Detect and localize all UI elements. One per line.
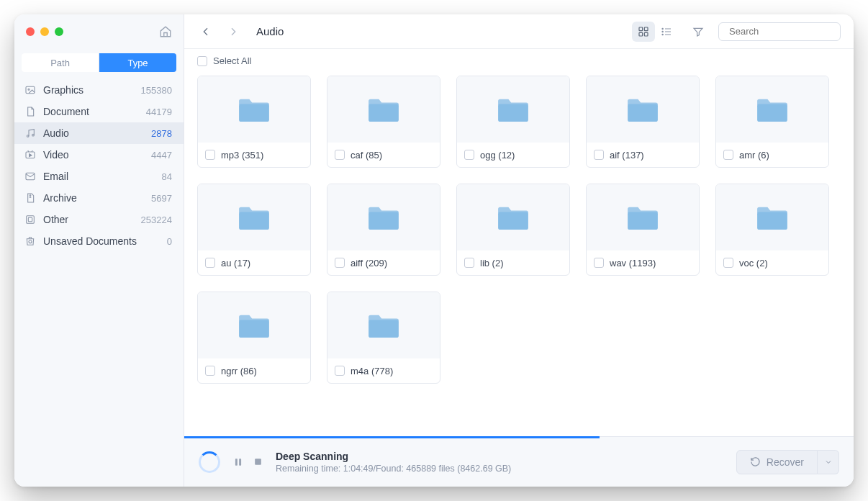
sidebar-item-archive[interactable]: Archive5697 xyxy=(14,187,184,209)
folder-grid: mp3 (351)caf (85)ogg (12)aif (137)amr (6… xyxy=(197,76,841,384)
folder-checkbox[interactable] xyxy=(335,366,345,376)
folder-icon xyxy=(497,96,530,123)
folder-footer: au (17) xyxy=(198,250,310,275)
folder-footer: voc (2) xyxy=(716,250,828,275)
svg-rect-24 xyxy=(628,104,658,122)
spinner-icon xyxy=(199,451,220,473)
recover-icon xyxy=(750,456,761,467)
home-icon[interactable] xyxy=(159,25,172,38)
sidebar-item-document[interactable]: Document44179 xyxy=(14,101,184,122)
folder-cell[interactable]: voc (2) xyxy=(715,184,829,276)
nav-forward-button[interactable] xyxy=(225,23,242,40)
folder-footer: aif (137) xyxy=(587,143,699,167)
sidebar: Path Type Graphics155380Document44179Aud… xyxy=(14,14,184,487)
folder-cell[interactable]: au (17) xyxy=(197,184,311,276)
folder-cell[interactable]: lib (2) xyxy=(456,184,570,276)
search-box[interactable] xyxy=(718,22,841,41)
folder-checkbox[interactable] xyxy=(335,258,345,268)
folder-checkbox[interactable] xyxy=(723,258,733,268)
folder-label: aif (137) xyxy=(610,150,644,161)
unsaved-icon xyxy=(24,235,36,247)
sidebar-item-count: 5697 xyxy=(151,193,172,204)
page-title: Audio xyxy=(256,25,284,37)
folder-cell[interactable]: wav (1193) xyxy=(586,184,700,276)
window-controls xyxy=(26,27,63,36)
svg-rect-34 xyxy=(239,459,241,465)
folder-label: m4a (778) xyxy=(351,366,393,376)
sidebar-item-count: 84 xyxy=(162,171,172,182)
sidebar-item-label: Archive xyxy=(43,192,77,204)
recover-dropdown-button[interactable] xyxy=(818,450,839,474)
svg-rect-31 xyxy=(239,320,269,338)
folder-icon xyxy=(238,204,271,231)
image-icon xyxy=(24,84,36,96)
folder-cell[interactable]: aif (137) xyxy=(586,76,700,168)
recover-label: Recover xyxy=(767,456,804,468)
list-view-button[interactable] xyxy=(655,22,678,42)
recover-group: Recover xyxy=(736,450,839,474)
folder-checkbox[interactable] xyxy=(594,258,604,268)
folder-thumbnail xyxy=(327,76,440,143)
folder-label: amr (6) xyxy=(739,150,769,161)
folder-label: aiff (209) xyxy=(351,258,387,268)
nav-back-button[interactable] xyxy=(197,23,214,40)
folder-footer: ogg (12) xyxy=(457,143,569,167)
svg-point-2 xyxy=(27,135,29,137)
svg-rect-27 xyxy=(369,212,399,230)
folder-thumbnail xyxy=(327,292,440,358)
sidebar-item-count: 2878 xyxy=(151,128,172,139)
minimize-window-button[interactable] xyxy=(40,27,49,36)
sidebar-item-unsaved-documents[interactable]: Unsaved Documents0 xyxy=(14,230,184,252)
scan-status: Deep Scanning Remaining time: 1:04:49/Fo… xyxy=(276,451,511,474)
folder-cell[interactable]: ogg (12) xyxy=(456,76,570,168)
svg-rect-21 xyxy=(239,104,269,122)
folder-checkbox[interactable] xyxy=(464,258,474,268)
svg-rect-29 xyxy=(628,212,658,230)
svg-rect-26 xyxy=(239,212,269,230)
folder-checkbox[interactable] xyxy=(205,258,215,268)
scan-controls xyxy=(233,457,263,467)
main-area: Audio xyxy=(184,14,854,487)
svg-rect-11 xyxy=(639,32,643,36)
sidebar-item-count: 4447 xyxy=(151,150,172,161)
select-all-checkbox[interactable] xyxy=(197,56,207,66)
grid-view-button[interactable] xyxy=(632,22,655,42)
status-bar: Deep Scanning Remaining time: 1:04:49/Fo… xyxy=(184,436,854,487)
folder-icon xyxy=(367,96,400,123)
folder-checkbox[interactable] xyxy=(594,150,604,160)
folder-cell[interactable]: mp3 (351) xyxy=(197,76,311,168)
maximize-window-button[interactable] xyxy=(55,27,63,36)
sidebar-item-graphics[interactable]: Graphics155380 xyxy=(14,79,184,101)
sidebar-item-video[interactable]: Video4447 xyxy=(14,144,184,166)
svg-point-15 xyxy=(662,31,663,32)
folder-cell[interactable]: ngrr (86) xyxy=(197,292,311,384)
tab-path[interactable]: Path xyxy=(22,53,99,72)
folder-cell[interactable]: caf (85) xyxy=(327,76,440,168)
sidebar-item-audio[interactable]: Audio2878 xyxy=(14,122,184,144)
folder-cell[interactable]: m4a (778) xyxy=(327,292,440,384)
close-window-button[interactable] xyxy=(26,27,35,36)
sidebar-item-email[interactable]: Email84 xyxy=(14,166,184,187)
sidebar-item-other[interactable]: Other253224 xyxy=(14,209,184,230)
search-input[interactable] xyxy=(729,26,850,37)
tab-type[interactable]: Type xyxy=(99,53,176,72)
filter-button[interactable] xyxy=(688,23,708,40)
sidebar-item-count: 0 xyxy=(167,236,172,247)
recover-button[interactable]: Recover xyxy=(736,450,818,474)
folder-checkbox[interactable] xyxy=(335,150,345,160)
stop-button[interactable] xyxy=(253,457,263,467)
scan-subtitle: Remaining time: 1:04:49/Found: 465889 fi… xyxy=(276,464,511,474)
document-icon xyxy=(24,106,36,117)
svg-point-3 xyxy=(32,134,35,136)
sidebar-item-label: Unsaved Documents xyxy=(43,235,137,247)
view-toggle xyxy=(632,22,678,42)
pause-button[interactable] xyxy=(233,457,243,467)
folder-checkbox[interactable] xyxy=(205,366,215,376)
folder-cell[interactable]: aiff (209) xyxy=(327,184,440,276)
folder-cell[interactable]: amr (6) xyxy=(715,76,829,168)
folder-footer: amr (6) xyxy=(716,143,828,167)
folder-label: voc (2) xyxy=(739,258,768,268)
folder-checkbox[interactable] xyxy=(723,150,733,160)
folder-checkbox[interactable] xyxy=(464,150,474,160)
folder-checkbox[interactable] xyxy=(205,150,215,160)
